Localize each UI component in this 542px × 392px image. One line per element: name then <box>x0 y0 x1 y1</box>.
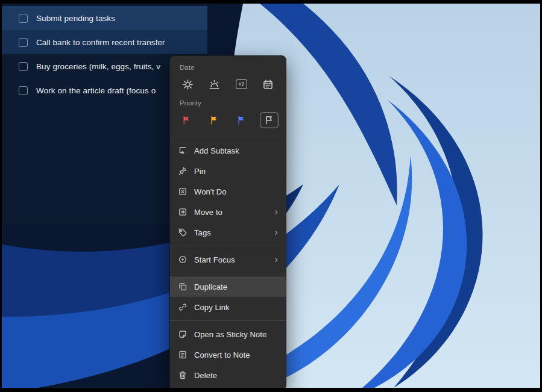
chevron-right-icon: › <box>274 227 278 237</box>
wont-do-icon <box>178 187 187 196</box>
menu-item-delete[interactable]: Delete <box>170 365 286 385</box>
menu-item-open-as-sticky-note[interactable]: Open as Sticky Note <box>170 324 286 344</box>
move-to-icon <box>178 207 187 217</box>
menu-item-copy-link[interactable]: Copy Link <box>170 297 286 317</box>
menu-item-start-focus[interactable]: Start Focus › <box>170 249 286 270</box>
pin-icon <box>178 166 187 176</box>
menu-item-label: Start Focus <box>194 255 268 264</box>
duplicate-icon <box>178 282 187 291</box>
task-title: Call bank to confirm recent transfer <box>36 38 165 47</box>
priority-low-flag[interactable] <box>232 112 251 128</box>
menu-item-convert-to-note[interactable]: Convert to Note <box>170 344 286 365</box>
menu-item-label: Delete <box>194 371 278 380</box>
menu-item-label: Add Subtask <box>194 146 278 155</box>
task-row[interactable]: Submit pending tasks <box>2 6 207 30</box>
task-checkbox[interactable] <box>19 38 28 47</box>
menu-item-label: Copy Link <box>194 303 278 312</box>
menu-item-label: Move to <box>194 208 268 217</box>
menu-separator <box>170 320 286 321</box>
date-options-row: +7 <box>170 72 286 94</box>
custom-date-icon[interactable] <box>262 78 275 91</box>
priority-section-label: Priority <box>170 94 286 108</box>
menu-item-wont-do[interactable]: Won't Do <box>170 181 286 202</box>
priority-none-flag[interactable] <box>260 112 279 128</box>
menu-item-tags[interactable]: Tags › <box>170 222 286 243</box>
trash-icon <box>178 370 187 380</box>
menu-separator <box>170 273 286 273</box>
menu-item-label: Convert to Note <box>194 350 278 359</box>
add-subtask-icon <box>178 146 187 155</box>
chevron-right-icon: › <box>274 207 278 217</box>
menu-item-label: Open as Sticky Note <box>194 330 278 339</box>
task-checkbox[interactable] <box>19 62 28 71</box>
menu-separator <box>170 137 286 137</box>
link-icon <box>178 302 187 312</box>
task-title: Work on the article draft (focus o <box>36 86 156 95</box>
task-context-menu: Date +7 Priority <box>169 55 286 388</box>
tomorrow-icon[interactable] <box>208 78 221 91</box>
task-checkbox[interactable] <box>19 14 28 23</box>
menu-item-label: Won't Do <box>194 187 278 196</box>
task-checkbox[interactable] <box>19 86 28 95</box>
menu-item-pin[interactable]: Pin <box>170 161 286 181</box>
priority-options-row <box>170 108 286 134</box>
next-week-icon[interactable]: +7 <box>235 78 248 91</box>
today-icon[interactable] <box>181 78 194 91</box>
focus-icon <box>178 255 187 264</box>
task-title: Buy groceries (milk, eggs, fruits, v <box>36 62 160 71</box>
menu-item-label: Pin <box>194 167 278 176</box>
menu-item-label: Tags <box>194 228 268 237</box>
priority-high-flag[interactable] <box>177 112 196 128</box>
chevron-right-icon: › <box>274 254 278 264</box>
note-icon <box>178 350 187 359</box>
sticky-note-icon <box>178 329 187 339</box>
menu-item-label: Duplicate <box>194 282 278 291</box>
next-week-glyph: +7 <box>236 79 247 89</box>
menu-separator <box>170 246 286 246</box>
desktop: Submit pending tasks Call bank to confir… <box>2 4 540 388</box>
menu-item-move-to[interactable]: Move to › <box>170 202 286 222</box>
tag-icon <box>178 228 187 237</box>
task-title: Submit pending tasks <box>36 14 115 23</box>
task-row[interactable]: Call bank to confirm recent transfer <box>2 30 207 54</box>
priority-medium-flag[interactable] <box>205 112 224 128</box>
date-section-label: Date <box>170 58 286 72</box>
menu-item-add-subtask[interactable]: Add Subtask <box>170 140 286 161</box>
menu-item-duplicate[interactable]: Duplicate <box>170 276 286 297</box>
